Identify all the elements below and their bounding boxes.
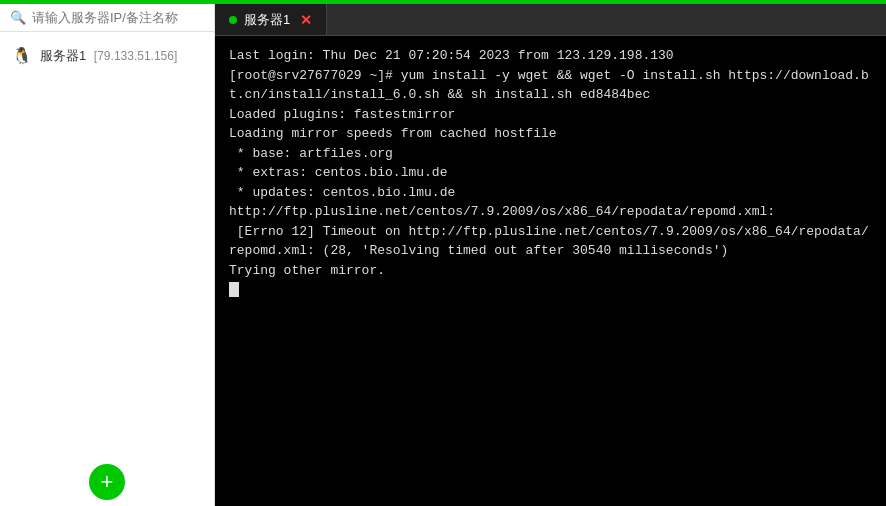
terminal-line-8: http://ftp.plusline.net/centos/7.9.2009/… [229, 204, 775, 219]
sidebar-item-server1[interactable]: 🐧 服务器1 [79.133.51.156] [0, 38, 214, 73]
search-icon: 🔍 [10, 10, 26, 25]
terminal-line-10: Trying other mirror. [229, 263, 385, 278]
search-input[interactable] [32, 10, 204, 25]
main-panel: 服务器1 ✕ Last login: Thu Dec 21 07:20:54 2… [215, 4, 886, 506]
tab-close-button[interactable]: ✕ [300, 12, 312, 28]
add-server-button[interactable]: + [89, 464, 125, 500]
terminal-line-9: [Errno 12] Timeout on http://ftp.pluslin… [229, 224, 869, 259]
sidebar: 🔍 🐧 服务器1 [79.133.51.156] + [0, 4, 215, 506]
terminal-cursor [229, 282, 239, 297]
tab-server1[interactable]: 服务器1 ✕ [215, 4, 327, 35]
tab-bar: 服务器1 ✕ [215, 4, 886, 36]
tab-status-dot [229, 16, 237, 24]
server-name-label: 服务器1 [79.133.51.156] [40, 47, 177, 65]
server-address: [79.133.51.156] [94, 49, 177, 63]
tab-label: 服务器1 [244, 11, 290, 29]
terminal-line-4: Loading mirror speeds from cached hostfi… [229, 126, 557, 141]
linux-icon: 🐧 [12, 46, 32, 65]
terminal-output[interactable]: Last login: Thu Dec 21 07:20:54 2023 fro… [215, 36, 886, 506]
top-accent-bar [0, 0, 886, 4]
terminal-line-2: [root@srv27677029 ~]# yum install -y wge… [229, 68, 869, 103]
terminal-line-3: Loaded plugins: fastestmirror [229, 107, 455, 122]
server-list: 🐧 服务器1 [79.133.51.156] [0, 32, 214, 454]
search-bar: 🔍 [0, 4, 214, 32]
terminal-line-7: * updates: centos.bio.lmu.de [229, 185, 455, 200]
terminal-line-5: * base: artfiles.org [229, 146, 393, 161]
terminal-line-1: Last login: Thu Dec 21 07:20:54 2023 fro… [229, 48, 674, 63]
terminal-line-6: * extras: centos.bio.lmu.de [229, 165, 447, 180]
